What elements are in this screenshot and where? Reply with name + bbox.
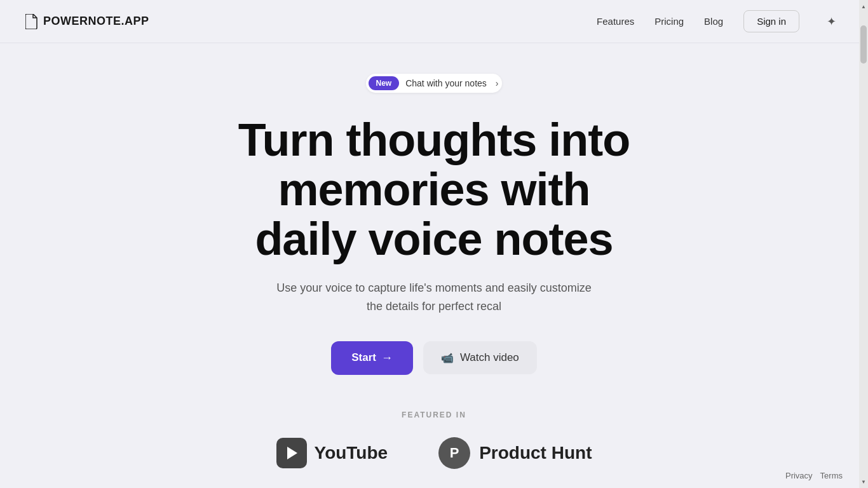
- theme-toggle-button[interactable]: ✦: [820, 10, 843, 33]
- nav-pricing[interactable]: Pricing: [654, 16, 684, 27]
- badge-text: Chat with your notes: [405, 78, 489, 88]
- producthunt-logo: P Product Hunt: [438, 437, 592, 469]
- hero-heading: Turn thoughts into memories with daily v…: [164, 116, 704, 264]
- youtube-icon: [276, 438, 307, 468]
- cta-button-group: Start → 📹 Watch video: [331, 341, 537, 375]
- scrollbar[interactable]: ▲ ▼: [859, 0, 868, 488]
- hero-subtext: Use your voice to capture life's moments…: [276, 279, 592, 316]
- terms-link[interactable]: Terms: [820, 471, 843, 480]
- header: POWERNOTE.APP Features Pricing Blog Sign…: [0, 0, 868, 43]
- producthunt-text: Product Hunt: [479, 443, 592, 463]
- new-badge-container[interactable]: New Chat with your notes ›: [366, 74, 503, 93]
- logo-icon: [25, 14, 38, 29]
- footer: Privacy Terms: [773, 463, 855, 488]
- new-label: New: [369, 76, 400, 90]
- featured-logos: YouTube P Product Hunt: [276, 437, 592, 469]
- start-button[interactable]: Start →: [331, 341, 413, 375]
- producthunt-icon: P: [438, 437, 470, 469]
- start-arrow-icon: →: [381, 351, 393, 365]
- logo-text: POWERNOTE.APP: [43, 15, 149, 28]
- scrollbar-down-arrow[interactable]: ▼: [859, 475, 868, 488]
- nav: Features Pricing Blog Sign in ✦: [597, 10, 843, 33]
- badge-arrow-icon: ›: [496, 78, 499, 88]
- nav-blog[interactable]: Blog: [704, 16, 723, 27]
- signin-button[interactable]: Sign in: [743, 10, 799, 32]
- scrollbar-thumb[interactable]: [860, 25, 867, 64]
- main-content: New Chat with your notes › Turn thoughts…: [0, 43, 868, 469]
- youtube-play-icon: [287, 447, 297, 459]
- featured-section: FEATURED IN YouTube P Product Hunt: [276, 410, 592, 469]
- video-camera-icon: 📹: [441, 352, 454, 364]
- youtube-logo: YouTube: [276, 438, 388, 468]
- logo[interactable]: POWERNOTE.APP: [25, 14, 149, 29]
- watch-video-button[interactable]: 📹 Watch video: [423, 341, 537, 374]
- sun-icon: ✦: [827, 15, 836, 29]
- nav-features[interactable]: Features: [597, 16, 634, 27]
- featured-label: FEATURED IN: [276, 410, 592, 419]
- scrollbar-up-arrow[interactable]: ▲: [859, 0, 868, 13]
- privacy-link[interactable]: Privacy: [785, 471, 813, 480]
- youtube-text: YouTube: [315, 443, 388, 463]
